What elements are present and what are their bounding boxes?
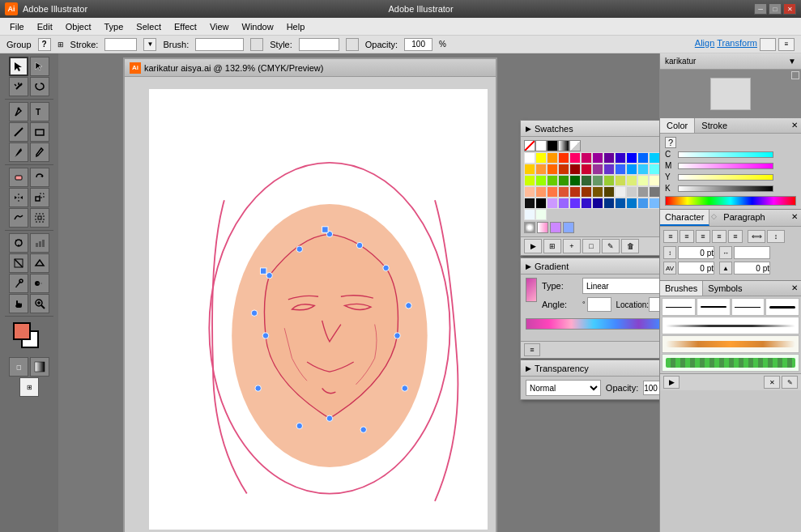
swatch-item[interactable] [649, 175, 659, 186]
brush-options[interactable] [250, 38, 263, 51]
swatch-item[interactable] [569, 152, 581, 164]
swatch-item[interactable] [569, 175, 581, 186]
blend-tool[interactable] [30, 274, 49, 293]
tab-symbols[interactable]: Symbols [703, 281, 747, 296]
opacity-input[interactable] [404, 38, 432, 51]
style-input[interactable] [299, 38, 339, 51]
swatch-item[interactable] [569, 186, 581, 198]
zoom-tool[interactable] [30, 294, 49, 313]
gradient-bar[interactable] [526, 318, 659, 330]
swatch-edit-btn[interactable]: ✎ [602, 239, 620, 253]
channel-k-slider[interactable] [678, 185, 773, 192]
swatch-item[interactable] [535, 209, 547, 220]
swatch-item[interactable] [547, 186, 558, 198]
gradient-menu-btn[interactable]: ≡ [524, 343, 540, 356]
eraser-tool[interactable] [9, 168, 28, 187]
screen-mode-btn[interactable]: ⊞ [19, 377, 39, 397]
navigator-scroll-v[interactable] [791, 71, 799, 79]
toolbar-menu-btn[interactable]: ≡ [778, 38, 795, 51]
swatch-item[interactable] [592, 198, 603, 209]
brush-lib-btn[interactable]: ▶ [663, 376, 680, 389]
warp-tool[interactable] [9, 208, 28, 228]
swatch-item[interactable] [649, 186, 659, 198]
lasso-tool[interactable] [30, 77, 49, 96]
swatch-lib-btn[interactable]: ▶ [524, 239, 542, 253]
brush-delete-btn[interactable]: ✎ [782, 376, 798, 389]
free-transform-tool[interactable] [30, 208, 49, 228]
swatch-black[interactable] [547, 140, 558, 151]
brushes-panel-close[interactable]: ✕ [788, 281, 801, 296]
swatch-pattern[interactable] [569, 140, 581, 151]
swatch-item[interactable] [649, 152, 659, 164]
line-tool[interactable] [9, 122, 28, 142]
brush-orange[interactable] [662, 335, 799, 353]
char-kerning-input[interactable] [678, 262, 714, 275]
pencil-tool[interactable] [30, 143, 49, 162]
swatch-delete-btn[interactable]: 🗑 [621, 239, 639, 253]
swatch-item[interactable] [615, 198, 626, 209]
toolbar-extra-btn[interactable] [760, 38, 776, 51]
align-right-btn[interactable]: ≡ [696, 230, 710, 243]
swatch-item[interactable] [603, 152, 615, 164]
navigator-down-arrow[interactable]: ▼ [788, 57, 796, 66]
swatch-item[interactable] [535, 186, 547, 198]
swatch-item[interactable] [637, 198, 649, 209]
brush-item-3[interactable] [731, 298, 765, 316]
swatch-show-btn[interactable]: ⊞ [543, 239, 561, 253]
tab-brushes[interactable]: Brushes [660, 281, 703, 296]
swatch-item[interactable] [615, 164, 626, 175]
brush-item-4[interactable] [765, 298, 799, 316]
gradient-angle-input[interactable] [587, 297, 611, 312]
swatch-item[interactable] [524, 164, 535, 175]
swatch-item[interactable] [558, 164, 569, 175]
channel-y-slider[interactable] [678, 174, 773, 181]
swatch-item[interactable] [626, 164, 637, 175]
transparency-mode-select[interactable]: Normal Multiply Screen Overlay [526, 380, 601, 396]
rect-tool[interactable] [30, 122, 49, 142]
menu-object[interactable]: Object [59, 20, 98, 33]
brush-stroke-1[interactable] [662, 317, 799, 334]
char-leading-input[interactable] [678, 246, 714, 259]
symbol-sprayer-tool[interactable] [9, 233, 28, 253]
char-tracking-input[interactable] [734, 246, 770, 259]
gradient-type-select[interactable]: Linear Radial [582, 278, 659, 294]
brush-item-1[interactable] [662, 298, 696, 316]
char-baseline-input[interactable] [734, 262, 770, 275]
swatch-item[interactable] [524, 175, 535, 186]
hand-tool[interactable] [9, 294, 28, 313]
channel-m-slider[interactable] [678, 163, 773, 169]
slice-tool[interactable] [9, 253, 28, 273]
window-controls[interactable]: ─ □ ✕ [754, 3, 796, 15]
swatch-item[interactable] [626, 186, 637, 198]
swatch-item[interactable] [558, 186, 569, 198]
type-tool[interactable]: T [30, 102, 49, 121]
brush-input[interactable] [195, 38, 244, 51]
swatch-item[interactable] [535, 198, 547, 209]
brush-pattern[interactable] [662, 354, 799, 372]
scale-tool[interactable] [30, 188, 49, 207]
brush-item-2[interactable] [697, 298, 731, 316]
swatch-item[interactable] [637, 152, 649, 164]
swatch-item[interactable] [626, 198, 637, 209]
swatch-special-2[interactable] [537, 222, 548, 233]
swatch-item[interactable] [581, 152, 592, 164]
swatch-item[interactable] [535, 152, 547, 164]
gradient-fill-btn[interactable] [30, 357, 49, 377]
swatch-item[interactable] [603, 175, 615, 186]
perspective-tool[interactable] [30, 253, 49, 273]
swatch-item[interactable] [592, 152, 603, 164]
maximize-button[interactable]: □ [769, 3, 782, 15]
tab-character[interactable]: Character [660, 210, 709, 226]
menu-help[interactable]: Help [280, 20, 312, 33]
help-button[interactable]: ? [38, 38, 51, 51]
swatch-item[interactable] [569, 164, 581, 175]
swatches-collapse-icon[interactable]: ▶ [526, 125, 531, 133]
swatch-item[interactable] [524, 198, 535, 209]
magic-wand-tool[interactable] [9, 77, 28, 96]
swatch-item[interactable] [581, 164, 592, 175]
swatch-item[interactable] [524, 209, 535, 220]
swatch-item[interactable] [637, 164, 649, 175]
direct-selection-tool[interactable] [30, 57, 49, 76]
swatch-item[interactable] [524, 152, 535, 164]
color-spectrum[interactable] [665, 196, 796, 206]
